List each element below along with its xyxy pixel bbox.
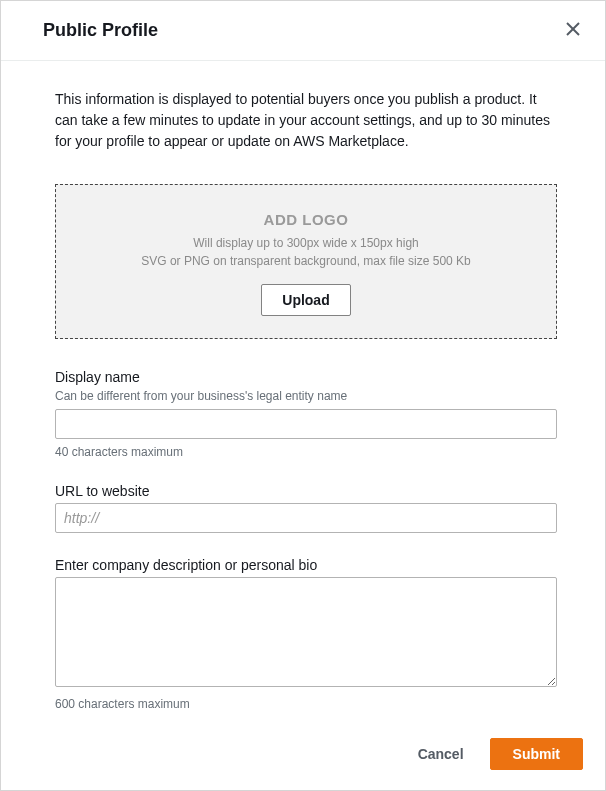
modal-body: This information is displayed to potenti… [1, 61, 605, 724]
logo-dropzone-line1: Will display up to 300px wide x 150px hi… [76, 234, 536, 252]
description-label: Enter company description or personal bi… [55, 557, 557, 573]
display-name-hint: Can be different from your business's le… [55, 389, 557, 403]
display-name-label: Display name [55, 369, 557, 385]
url-label: URL to website [55, 483, 557, 499]
modal-footer: Cancel Submit [1, 724, 605, 790]
display-name-group: Display name Can be different from your … [55, 369, 557, 459]
description-group: Enter company description or personal bi… [55, 557, 557, 711]
modal-header: Public Profile [1, 1, 605, 61]
logo-dropzone-title: ADD LOGO [76, 211, 536, 228]
public-profile-modal: Public Profile This information is displ… [0, 0, 606, 791]
description-textarea[interactable] [55, 577, 557, 687]
upload-button[interactable]: Upload [261, 284, 350, 316]
cancel-button[interactable]: Cancel [410, 738, 472, 770]
url-group: URL to website [55, 483, 557, 533]
logo-dropzone-line2: SVG or PNG on transparent background, ma… [76, 252, 536, 270]
display-name-input[interactable] [55, 409, 557, 439]
intro-text: This information is displayed to potenti… [55, 89, 557, 152]
modal-title: Public Profile [43, 20, 158, 41]
submit-button[interactable]: Submit [490, 738, 583, 770]
url-input[interactable] [55, 503, 557, 533]
display-name-helper: 40 characters maximum [55, 445, 557, 459]
close-button[interactable] [563, 19, 583, 42]
logo-dropzone[interactable]: ADD LOGO Will display up to 300px wide x… [55, 184, 557, 339]
close-icon [565, 21, 581, 40]
description-helper: 600 characters maximum [55, 697, 557, 711]
